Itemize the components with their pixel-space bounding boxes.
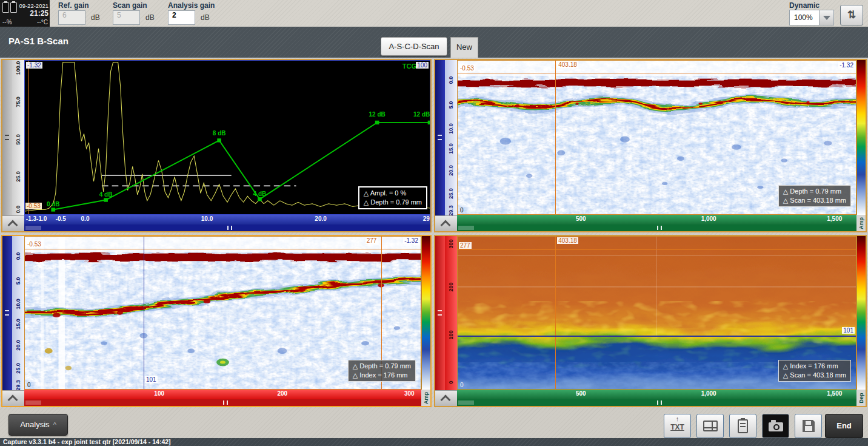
screenshot-button[interactable] [762, 414, 789, 438]
tick-label: 15.0 [448, 143, 454, 154]
cscan-right-column: Dep [856, 236, 866, 406]
dynamic-select[interactable]: 100% [789, 10, 834, 25]
status-bar: Capture v3.3.1 b4 - exp joint test qtr [… [0, 438, 868, 446]
index-cursor-orange-label: 277 [459, 242, 472, 249]
depth-cursor-orange-label: -0.53 [25, 203, 42, 209]
cscan-index-axis[interactable]: 3002001000 [445, 236, 457, 390]
bottom-toolbar: Analysis^ ↑TXT End [0, 410, 868, 438]
collapse-arrow-button[interactable] [2, 390, 24, 406]
bscan-top-left-column: 0.05.010.015.020.025.029.3 [435, 60, 457, 231]
header-bar: 09-22-2021 21:25 --% --°C Ref. gain 6 dB… [0, 0, 868, 27]
tcg-point-label: 12 dB [369, 111, 386, 118]
measure-line: △ Depth = 0.79 mm [364, 198, 422, 207]
measure-line: △ Scan = 403.18 mm [783, 196, 846, 205]
bscan-bottom-right-column: Amp [421, 236, 430, 406]
bscan-top-depth-axis[interactable]: 0.05.010.015.020.025.029.3 [445, 60, 457, 215]
temperature-label: --°C [37, 19, 48, 25]
ascan-horizontal-scrollbar[interactable] [24, 225, 430, 231]
index-cursor-blue[interactable] [458, 336, 856, 337]
analysis-gain-group: Analysis gain 2 dB [168, 0, 216, 27]
tick-label: 0.0 [15, 205, 21, 213]
tick-label: 100.0 [15, 61, 21, 75]
panel-bscan-bottom: 0.05.010.015.020.025.029.3 [1, 235, 432, 407]
battery-percent: --% [2, 19, 12, 25]
end-button[interactable]: End [825, 414, 863, 438]
save-icon [803, 420, 815, 432]
bscan-top-vertical-scrollbar[interactable] [435, 60, 445, 215]
ascan-amplitude-axis[interactable]: 100.075.050.025.00.0 [12, 60, 24, 215]
cscan-vertical-scrollbar[interactable] [435, 236, 445, 390]
depth-cursor-orange[interactable] [458, 73, 856, 73]
tick-label: 25.0 [15, 363, 21, 374]
measurement-box: △ Index = 176 mm△ Scan = 403.18 mm [778, 360, 851, 382]
scan-cursor-orange[interactable] [555, 237, 556, 389]
export-txt-button[interactable]: ↑TXT [664, 414, 691, 438]
amplitude-cursor-label: 100 [416, 62, 429, 69]
ref-gain-unit: dB [91, 13, 100, 22]
bscan-bottom-left-column: 0.05.010.015.020.025.029.3 [2, 236, 24, 406]
bscan-bottom-horizontal-scrollbar[interactable] [24, 399, 421, 406]
scan-gain-field[interactable]: 5 [113, 10, 140, 25]
bscan-bottom-index-axis[interactable]: 100200300 [24, 390, 421, 399]
bscan-top-plot[interactable]: 403.18 -0.53 -1.32 0 △ Depth = 0.79 mm△ … [457, 60, 856, 215]
cscan-horizontal-scrollbar[interactable] [457, 399, 856, 406]
cscan-left-column: 3002001000 [435, 236, 457, 406]
tick-label: 0.0 [81, 215, 90, 222]
scan-cursor-label: 403.18 [557, 237, 578, 244]
analysis-menu-button[interactable]: Analysis^ [8, 414, 68, 436]
collapse-arrow-button[interactable] [435, 215, 457, 231]
measure-line: △ Depth = 0.79 mm [783, 187, 846, 196]
tick-label: 29.3 [15, 380, 21, 390]
tab-new[interactable]: New [450, 37, 478, 58]
amplitude-colorbar [856, 60, 866, 215]
bscan-top-horizontal-scrollbar[interactable] [457, 225, 856, 231]
tab-ascd-scan[interactable]: A-S-C-D-Scan [381, 37, 447, 56]
tick-label: 200 [277, 390, 287, 397]
collapse-arrow-button[interactable] [435, 390, 457, 406]
analysis-gain-label: Analysis gain [168, 1, 215, 10]
bscan-bottom-depth-axis[interactable]: 0.05.010.015.020.025.029.3 [12, 236, 24, 390]
layout-button[interactable] [696, 414, 724, 438]
panel-cscan: 3002001000 403.18 27 [434, 235, 867, 407]
measurement-box: △ Depth = 0.79 mm△ Scan = 403.18 mm [778, 185, 851, 207]
ascan-plot[interactable]: -1.32 TCG 100 -0.53 △ Ampl. = 0 %△ Depth… [24, 60, 430, 215]
tick-label: 10.0 [15, 299, 21, 309]
index-cursor-blue[interactable] [144, 237, 144, 389]
tick-label: 50.0 [15, 134, 21, 145]
depth-cursor-orange[interactable] [25, 249, 421, 249]
time-label: 21:25 [18, 9, 48, 18]
analysis-gain-field[interactable]: 2 [168, 10, 195, 25]
index-cursor-blue-label: 101 [145, 376, 158, 383]
tick-label: 1,000 [701, 215, 716, 222]
ascan-depth-axis[interactable]: -1.3-1.0-0.50.010.020.029 [24, 215, 430, 225]
chevron-up-icon: ^ [53, 421, 56, 428]
bscan-top-scan-axis[interactable]: 5001,0001,500 [457, 215, 856, 225]
measure-line: △ Scan = 403.18 mm [783, 371, 846, 380]
tick-label: 1,000 [701, 390, 716, 397]
tick-label: 500 [576, 390, 586, 397]
ref-gain-field[interactable]: 6 [58, 10, 85, 25]
tick-label: 100 [154, 390, 164, 397]
analysis-gain-unit: dB [201, 13, 210, 22]
ascan-vertical-scrollbar[interactable] [2, 60, 12, 215]
cscan-scan-axis[interactable]: 5001,0001,500 [457, 390, 856, 399]
tick-label: 20.0 [15, 340, 21, 351]
cscan-plot[interactable]: 403.18 277 101 0 △ Index = 176 mm△ Scan … [457, 236, 856, 390]
bscan-bottom-vertical-scrollbar[interactable] [2, 236, 12, 390]
index-cursor-orange-label: 277 [366, 237, 378, 244]
tick-label: -0.5 [56, 215, 66, 222]
updown-arrows-button[interactable]: ⇅ [840, 5, 863, 25]
index-cursor-orange[interactable] [458, 249, 856, 250]
ascan-left-column: 100.075.050.025.00.0 [2, 60, 24, 231]
scan-cursor-orange[interactable] [555, 61, 556, 214]
colorbar-axis-label: Amp [421, 390, 430, 406]
chevron-down-icon[interactable] [819, 10, 833, 25]
bscan-top-right-column: Amp [856, 60, 866, 231]
save-button[interactable] [795, 414, 822, 438]
collapse-arrow-button[interactable] [2, 215, 24, 231]
tick-label: 29.3 [448, 206, 454, 215]
tick-label: 10.0 [448, 123, 454, 134]
bscan-bottom-plot[interactable]: -0.53 277 -1.32 101 0 △ Depth = 0.79 mm△… [24, 236, 421, 390]
report-button[interactable] [729, 414, 756, 438]
ref-gain-group: Ref. gain 6 dB [58, 0, 107, 27]
